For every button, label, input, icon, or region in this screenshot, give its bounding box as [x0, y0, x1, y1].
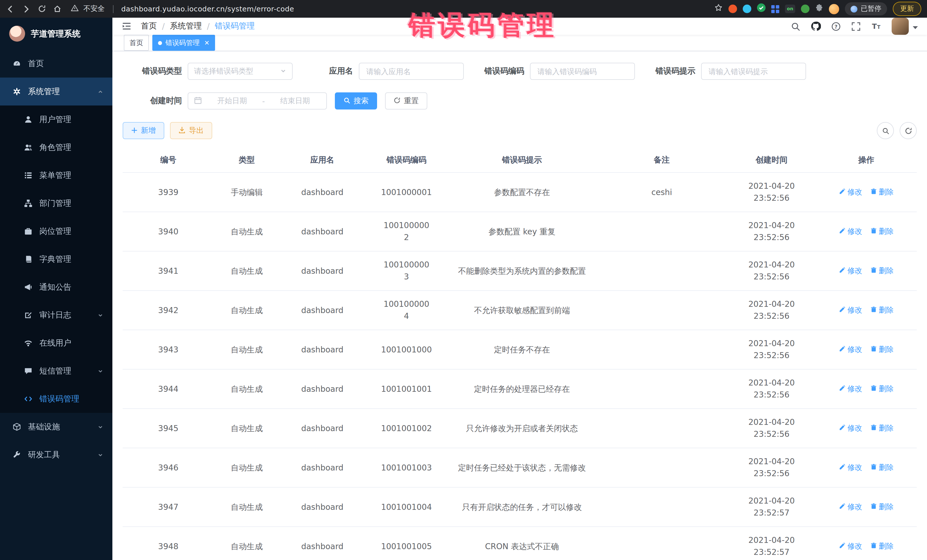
add-button[interactable]: 新增 — [123, 122, 164, 139]
edit-link[interactable]: 修改 — [839, 305, 862, 316]
browser-profile-avatar[interactable] — [829, 4, 839, 14]
delete-link[interactable]: 删除 — [870, 462, 894, 473]
delete-link[interactable]: 删除 — [870, 187, 894, 198]
cell-hint: 只允许修改为开启或者关闭状态 — [448, 409, 596, 448]
fullscreen-icon[interactable] — [851, 21, 861, 31]
help-icon[interactable]: ? — [831, 21, 841, 31]
sidebar-item-menu-management[interactable]: 菜单管理 — [0, 161, 112, 189]
tab-close-icon[interactable]: ✕ — [204, 39, 209, 46]
browser-back-icon[interactable] — [6, 4, 15, 14]
edit-link[interactable]: 修改 — [839, 541, 862, 552]
sidebar-item-dict-management[interactable]: 字典管理 — [0, 245, 112, 273]
delete-link-label: 删除 — [879, 384, 894, 395]
delete-link-label: 删除 — [879, 502, 894, 513]
browser-update-button[interactable]: 更新 — [893, 2, 921, 16]
cell-type: 自动生成 — [214, 212, 280, 252]
cell-actions: 修改 删除 — [816, 252, 917, 291]
breadcrumb-system[interactable]: 系统管理 — [170, 21, 202, 31]
error-hint-input[interactable] — [708, 67, 799, 76]
browser-home-icon[interactable] — [53, 5, 62, 13]
cell-app: dashboard — [280, 527, 365, 560]
user-menu[interactable] — [892, 18, 918, 35]
cell-type: 自动生成 — [214, 527, 280, 560]
extension-icon-red[interactable] — [728, 5, 737, 13]
tab-home[interactable]: 首页 — [124, 35, 149, 51]
extension-icon-on-badge[interactable]: on — [785, 5, 795, 13]
github-icon[interactable] — [811, 21, 821, 31]
delete-link[interactable]: 删除 — [870, 226, 894, 237]
pencil-icon — [839, 266, 845, 276]
extension-icon-grid[interactable] — [771, 5, 779, 13]
sidebar-item-home[interactable]: 首页 — [0, 50, 112, 77]
edit-link[interactable]: 修改 — [839, 502, 862, 513]
url-text[interactable]: dashboard.yudao.iocoder.cn/system/error-… — [121, 5, 294, 13]
error-type-select[interactable]: 请选择错误码类型 — [188, 63, 293, 80]
breadcrumb-home[interactable]: 首页 — [141, 21, 157, 31]
edit-link[interactable]: 修改 — [839, 423, 862, 434]
edit-link[interactable]: 修改 — [839, 384, 862, 395]
refresh-table-button[interactable] — [900, 122, 917, 139]
reset-button[interactable]: 重置 — [385, 93, 427, 109]
sidebar-item-post-management[interactable]: 岗位管理 — [0, 217, 112, 245]
font-size-icon[interactable]: TT — [871, 21, 881, 31]
date-range-picker[interactable]: 开始日期 - 结束日期 — [188, 93, 327, 109]
cell-app: dashboard — [280, 448, 365, 487]
column-header-actions: 操作 — [816, 148, 917, 173]
sidebar-item-error-code-management[interactable]: 错误码管理 — [0, 385, 112, 413]
security-label[interactable]: 不安全 — [83, 4, 105, 14]
sidebar-item-system-management[interactable]: 系统管理 — [0, 77, 112, 106]
delete-link[interactable]: 删除 — [870, 384, 894, 395]
sidebar-item-infrastructure[interactable]: 基础设施 — [0, 413, 112, 441]
delete-link[interactable]: 删除 — [870, 344, 894, 355]
sidebar-toggle-icon[interactable] — [122, 21, 132, 31]
sidebar-item-label: 系统管理 — [28, 87, 60, 97]
cell-app: dashboard — [280, 330, 365, 370]
cell-hint: CRON 表达式不正确 — [448, 527, 596, 560]
security-warning-icon[interactable] — [71, 4, 79, 14]
svg-text:T: T — [877, 24, 880, 30]
delete-link[interactable]: 删除 — [870, 305, 894, 316]
sidebar-item-dev-tools[interactable]: 研发工具 — [0, 441, 112, 469]
edit-link[interactable]: 修改 — [839, 187, 862, 198]
search-button[interactable]: 搜索 — [335, 93, 377, 109]
trash-icon — [870, 266, 877, 276]
delete-link[interactable]: 删除 — [870, 502, 894, 513]
tab-error-code-management[interactable]: 错误码管理 ✕ — [152, 35, 215, 51]
edit-link[interactable]: 修改 — [839, 344, 862, 355]
export-button[interactable]: 导出 — [170, 122, 212, 139]
error-code-input[interactable] — [537, 67, 628, 76]
delete-link[interactable]: 删除 — [870, 266, 894, 276]
extension-icon-blue[interactable] — [743, 5, 751, 13]
chevron-up-icon — [97, 89, 103, 94]
edit-link[interactable]: 修改 — [839, 462, 862, 473]
sidebar-item-notice[interactable]: 通知公告 — [0, 273, 112, 301]
sidebar-item-online-users[interactable]: 在线用户 — [0, 329, 112, 357]
extension-icon-green[interactable] — [801, 5, 810, 13]
app-name-input[interactable] — [366, 67, 456, 76]
bookmark-star-icon[interactable] — [714, 3, 723, 14]
paused-badge[interactable]: 已暂停 — [845, 2, 887, 15]
toggle-search-button[interactable] — [877, 122, 894, 139]
avatar — [892, 18, 909, 35]
sidebar-item-sms-management[interactable]: 短信管理 — [0, 357, 112, 385]
delete-link-label: 删除 — [879, 423, 894, 434]
sidebar-item-label: 岗位管理 — [40, 226, 71, 237]
extensions-puzzle-icon[interactable] — [815, 3, 823, 14]
sidebar-item-dept-management[interactable]: 部门管理 — [0, 189, 112, 217]
sidebar-item-user-management[interactable]: 用户管理 — [0, 106, 112, 134]
active-tab-dot — [158, 41, 162, 45]
search-icon[interactable] — [791, 21, 800, 31]
edit-link[interactable]: 修改 — [839, 226, 862, 237]
sidebar-item-audit-log[interactable]: 审计日志 — [0, 301, 112, 329]
extension-icon-check[interactable] — [757, 3, 766, 14]
delete-link[interactable]: 删除 — [870, 541, 894, 552]
reset-button-label: 重置 — [404, 96, 419, 106]
app-logo[interactable]: 芋道管理系统 — [0, 18, 112, 50]
delete-link[interactable]: 删除 — [870, 423, 894, 434]
browser-forward-icon[interactable] — [22, 4, 31, 14]
create-time-label: 创建时间 — [134, 96, 182, 106]
cell-id: 3940 — [123, 212, 214, 252]
sidebar-item-role-management[interactable]: 角色管理 — [0, 134, 112, 161]
edit-link[interactable]: 修改 — [839, 266, 862, 276]
browser-reload-icon[interactable] — [38, 5, 46, 13]
